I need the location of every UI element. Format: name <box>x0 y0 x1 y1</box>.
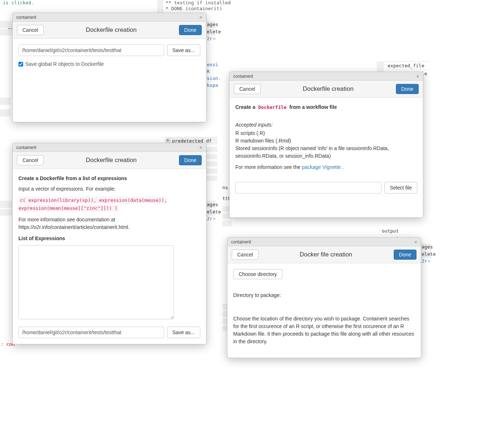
bg-text: elete <box>422 251 436 257</box>
done-button[interactable]: Done <box>179 25 202 35</box>
accepted-line: Stored sessionInfo (R object named 'info… <box>235 145 417 160</box>
save-as-button[interactable]: Save as... <box>167 44 200 56</box>
code-example: c( expression(library(sp)), expression(d… <box>18 197 167 212</box>
window-title: containerit <box>16 145 36 150</box>
bg-text: essi <box>207 62 218 67</box>
accepted-inputs-label: Accepted inputs: <box>235 122 273 128</box>
cancel-button[interactable]: Cancel <box>17 25 44 35</box>
save-global-checkbox-input[interactable] <box>18 62 23 67</box>
dialog-title: Dockerfile creation <box>44 26 179 34</box>
dockerfile-dialog-workflow: containerit × Cancel Dockerfile creation… <box>229 72 423 218</box>
accepted-line: R scripts (.R) <box>235 129 417 137</box>
env-row: expected_file <box>385 62 430 70</box>
more-info-prefix: For more information see the <box>235 164 302 170</box>
window-title: containerit <box>233 74 253 79</box>
path-input[interactable] <box>18 44 164 56</box>
choose-directory-button[interactable]: Choose directory <box>233 269 282 279</box>
done-button[interactable]: Done <box>394 250 417 260</box>
vignette-link[interactable]: package Vignette <box>302 164 341 170</box>
env-row: output <box>379 227 410 235</box>
bg-text: ** testing if installed <box>166 0 231 5</box>
accepted-line: R markdown files (.Rmd) <box>235 137 417 145</box>
path-input[interactable] <box>18 327 164 338</box>
dir-label: Directory to package: <box>233 292 415 299</box>
cancel-button[interactable]: Cancel <box>17 155 44 165</box>
bg-text: ages <box>207 202 218 207</box>
bg-text: 2r <box>207 216 213 221</box>
save-as-button[interactable]: Save as... <box>167 327 200 338</box>
done-button[interactable]: Done <box>179 155 202 165</box>
cancel-button[interactable]: Cancel <box>232 250 259 260</box>
more-info-text: For more information see documentation a… <box>18 216 138 231</box>
create-text-prefix: Create a <box>235 104 257 110</box>
intro-text: Input a vector of expressions. For examp… <box>18 185 200 193</box>
dialog-title: Dockerfile creation <box>44 157 179 164</box>
create-text-suffix: from a workflow file <box>288 104 337 110</box>
close-icon[interactable]: × <box>199 14 202 20</box>
bg-text: > <box>213 36 216 41</box>
list-label: List of Expressions <box>18 235 200 242</box>
bg-text: 2r <box>422 258 427 264</box>
close-icon[interactable]: × <box>414 239 417 244</box>
expressions-textarea[interactable] <box>18 245 174 319</box>
dockerfile-code: Dockerfile <box>257 104 288 110</box>
bg-text: R <box>207 69 210 74</box>
bg-text: > <box>428 258 431 264</box>
dockerfile-dialog-expr: containerit × Cancel Dockerfile creation… <box>12 143 206 344</box>
dockerfile-dialog-save: containerit × Cancel Dockerfile creation… <box>12 13 206 122</box>
bg-text: > <box>213 216 216 221</box>
bg-text: kspa <box>207 82 218 88</box>
more-info-suffix: . <box>341 164 344 170</box>
bg-text: sion. <box>207 76 221 81</box>
select-file-button[interactable]: Select file <box>384 182 417 194</box>
subheading: Create a Dockerfile from a list of expre… <box>18 175 200 182</box>
save-global-checkbox[interactable]: Save global R objects to Dockerfile <box>18 61 200 67</box>
bg-text: * DONE (containerit) <box>166 6 222 11</box>
bg-text: ages <box>422 244 433 250</box>
bg-text: elete <box>207 209 221 214</box>
file-input[interactable] <box>235 182 381 194</box>
done-button[interactable]: Done <box>396 84 419 94</box>
close-icon[interactable]: × <box>199 145 202 150</box>
dockerfile-dialog-dir: containerit × Cancel Docker file creatio… <box>227 237 421 358</box>
checkbox-label: Save global R objects to Dockerfile <box>25 61 104 67</box>
cancel-button[interactable]: Cancel <box>234 84 261 94</box>
window-title: containerit <box>16 15 36 20</box>
dir-description: Choose the location of the directory you… <box>233 315 415 345</box>
dialog-title: Docker file creation <box>259 251 394 258</box>
bg-text: is clicked. <box>3 0 34 5</box>
window-title: containerit <box>231 239 251 244</box>
bg-text: 2r <box>207 36 213 41</box>
bg-text: elete <box>207 29 221 34</box>
dialog-title: Dockerfile creation <box>261 85 396 93</box>
close-icon[interactable]: × <box>416 73 419 79</box>
run-icon <box>166 138 171 143</box>
bg-text: ages <box>207 22 218 27</box>
